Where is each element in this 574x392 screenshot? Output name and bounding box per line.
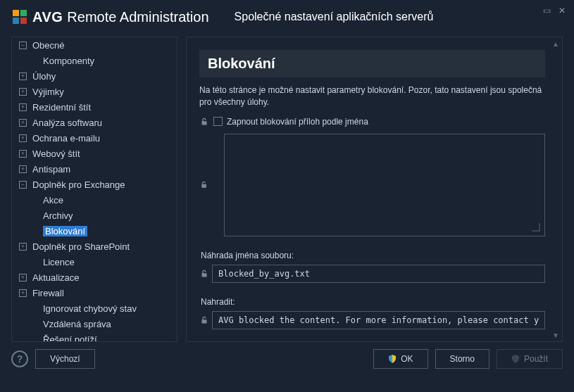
default-button[interactable]: Výchozí — [35, 349, 95, 369]
expand-icon[interactable]: + — [19, 274, 27, 282]
tree-item-label: Komponenty — [43, 56, 94, 66]
expand-icon[interactable]: + — [19, 165, 27, 173]
maximize-button[interactable]: ▭ — [540, 4, 553, 17]
shield-icon — [388, 355, 397, 363]
product-name: Remote Administration — [67, 9, 208, 25]
extensions-textarea[interactable] — [224, 134, 545, 236]
tree-item-aktualizace[interactable]: +Aktualizace — [12, 270, 177, 285]
apply-button: Použít — [497, 349, 563, 369]
tree-item--e-en-pot-[interactable]: Řešení potíží — [12, 331, 177, 342]
tree-item-obecn-[interactable]: −Obecné — [12, 37, 177, 53]
lock-icon[interactable] — [199, 117, 209, 127]
svg-rect-1 — [20, 10, 27, 16]
replace-label: Nahradit: — [201, 297, 545, 307]
tree-item-archivy[interactable]: Archivy — [12, 208, 177, 223]
tree-item-ignorovat-chybov-stav[interactable]: Ignorovat chybový stav — [12, 301, 177, 316]
footer-bar: ? Výchozí OK Storno Použít — [0, 342, 574, 376]
tree-item-label: Řešení potíží — [43, 334, 97, 343]
tree-item-label: Ochrana e-mailu — [32, 133, 100, 144]
tree-item-anal-za-softwaru[interactable]: +Analýza softwaru — [12, 115, 177, 130]
expand-icon[interactable]: + — [19, 88, 27, 96]
tree-item-dopln-k-pro-sharepoint[interactable]: +Doplněk pro SharePoint — [12, 239, 177, 254]
enable-blocking-checkbox[interactable] — [213, 117, 223, 126]
lock-icon[interactable] — [199, 180, 208, 190]
tree-item-label: Blokování — [43, 226, 87, 236]
enable-blocking-label: Zapnout blokování příloh podle jména — [227, 117, 368, 127]
expand-icon[interactable]: + — [19, 72, 27, 80]
content-panel: ▲ ▼ Blokování Na této stránce je možné n… — [186, 37, 563, 342]
expand-icon[interactable]: + — [19, 103, 27, 111]
tree-item-label: Webový štít — [32, 148, 80, 159]
help-button[interactable]: ? — [11, 350, 28, 367]
section-title: Blokování — [199, 50, 545, 77]
tree-item-antispam[interactable]: +Antispam — [12, 161, 177, 177]
expand-icon[interactable]: + — [19, 150, 27, 158]
collapse-icon[interactable]: − — [19, 181, 27, 189]
shield-icon — [511, 355, 520, 363]
tree-item-licence[interactable]: Licence — [12, 254, 177, 270]
svg-rect-3 — [20, 18, 27, 24]
tree-item-komponenty[interactable]: Komponenty — [12, 53, 177, 68]
tree-item-label: Doplněk pro SharePoint — [32, 241, 130, 252]
tree-item--lohy[interactable]: +Úlohy — [12, 68, 177, 84]
cancel-button[interactable]: Storno — [435, 349, 489, 369]
expand-icon[interactable]: + — [19, 119, 27, 127]
tree-item-label: Doplněk pro Exchange — [32, 179, 125, 190]
nav-tree: −ObecnéKomponenty+Úlohy+Výjimky+Rezident… — [11, 37, 177, 342]
tree-item-label: Úlohy — [32, 71, 56, 82]
tree-item-firewall[interactable]: +Firewall — [12, 285, 177, 301]
section-description: Na této stránce je možné nastavit parame… — [199, 84, 545, 108]
content-scrollbar[interactable]: ▲ ▼ — [551, 39, 561, 340]
expand-icon[interactable]: + — [19, 243, 27, 251]
expand-icon[interactable]: + — [19, 289, 27, 297]
tree-item-akce[interactable]: Akce — [12, 192, 177, 208]
avg-logo-icon — [11, 8, 28, 25]
tree-item-label: Vzdálená správa — [43, 319, 111, 329]
lock-icon[interactable] — [199, 315, 209, 325]
tree-item-dopln-k-pro-exchange[interactable]: −Doplněk pro Exchange — [12, 177, 177, 192]
tree-item-label: Ignorovat chybový stav — [43, 303, 137, 314]
brand-name: AVG — [32, 9, 63, 25]
collapse-icon[interactable]: − — [19, 42, 27, 49]
lock-icon[interactable] — [199, 269, 209, 279]
ok-button[interactable]: OK — [373, 349, 428, 369]
svg-rect-0 — [13, 10, 19, 16]
tree-item-label: Obecné — [32, 40, 65, 51]
tree-item-label: Akce — [43, 195, 63, 206]
title-bar: AVG Remote Administration Společné nasta… — [0, 0, 574, 31]
tree-item-blokov-n-[interactable]: Blokování — [12, 223, 177, 239]
tree-item-label: Archivy — [43, 210, 73, 221]
app-logo: AVG Remote Administration — [11, 8, 209, 25]
scroll-down-icon[interactable]: ▼ — [551, 330, 561, 340]
tree-item-v-jimky[interactable]: +Výjimky — [12, 84, 177, 99]
tree-item-label: Licence — [43, 257, 75, 267]
replace-input[interactable] — [212, 311, 545, 329]
window-title: Společné nastavení aplikačních serverů — [235, 11, 434, 23]
tree-item-label: Výjimky — [32, 87, 64, 97]
close-button[interactable]: ✕ — [556, 4, 568, 17]
filename-input[interactable] — [212, 265, 545, 283]
tree-item-ochrana-e-mailu[interactable]: +Ochrana e-mailu — [12, 130, 177, 146]
tree-item-label: Aktualizace — [32, 272, 79, 283]
tree-item-rezidentn-t-t[interactable]: +Rezidentní štít — [12, 99, 177, 115]
tree-item-label: Firewall — [32, 288, 64, 298]
svg-rect-2 — [13, 18, 19, 24]
tree-item-vzd-len-spr-va[interactable]: Vzdálená správa — [12, 316, 177, 331]
tree-item-label: Analýza softwaru — [32, 118, 102, 128]
tree-item-webov-t-t[interactable]: +Webový štít — [12, 146, 177, 161]
filename-label: Náhrada jména souboru: — [201, 251, 545, 260]
scroll-up-icon[interactable]: ▲ — [551, 39, 561, 49]
tree-item-label: Antispam — [32, 164, 70, 175]
tree-item-label: Rezidentní štít — [32, 102, 91, 113]
expand-icon[interactable]: + — [19, 134, 27, 142]
